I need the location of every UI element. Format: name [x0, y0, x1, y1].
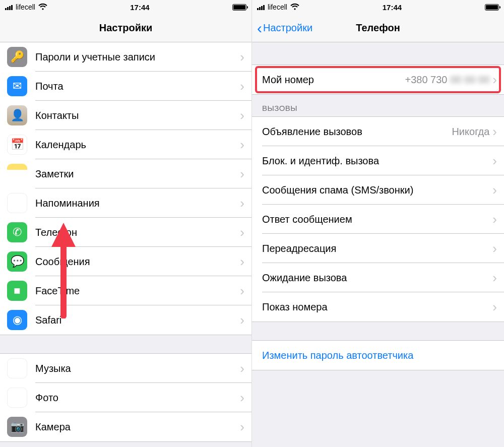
settings-row-notes[interactable]: Заметки›: [0, 159, 251, 188]
row-label: Ответ сообщением: [262, 214, 492, 225]
chevron-right-icon: ›: [240, 167, 244, 180]
chevron-right-icon: ›: [240, 197, 244, 210]
settings-row-camera[interactable]: 📷Камера›: [0, 412, 251, 441]
row-label: Переадресация: [262, 243, 492, 254]
calendar-icon: 📅: [7, 135, 27, 155]
row-label: Напоминания: [35, 198, 240, 209]
list-row[interactable]: Блок. и идентиф. вызова›: [252, 146, 504, 175]
row-label: Изменить пароль автоответчика: [262, 350, 497, 361]
chevron-right-icon: ›: [240, 420, 244, 433]
settings-list-2: ♪Музыка›✿Фото›📷Камера›: [0, 353, 251, 442]
row-label: Ожидание вызова: [262, 272, 492, 284]
row-label: Телефон: [35, 227, 240, 238]
chevron-right-icon: ›: [240, 226, 244, 239]
wifi-icon: [290, 3, 299, 12]
my-number-group: Мой номер +380 730 00 00 00 ›: [252, 65, 504, 95]
chevron-right-icon: ›: [240, 50, 244, 63]
group-gap: [0, 335, 251, 353]
row-label: Контакты: [35, 110, 240, 121]
row-label: Музыка: [35, 363, 240, 374]
chevron-right-icon: ›: [240, 255, 244, 268]
row-label: Мой номер: [262, 74, 405, 86]
row-label: Сообщения спама (SMS/звонки): [262, 184, 492, 196]
safari-icon: ◉: [7, 310, 27, 330]
nav-header: Настройки: [0, 14, 251, 42]
chevron-right-icon: ›: [492, 154, 497, 167]
status-bar: lifecell 17:44: [0, 0, 251, 14]
row-label: Фото: [35, 392, 240, 404]
row-label: Показ номера: [262, 301, 492, 313]
battery-icon: [232, 4, 246, 11]
messages-icon: 💬: [7, 251, 27, 272]
list-row[interactable]: Ответ сообщением›: [252, 205, 504, 234]
settings-list: 🔑Пароли и учетные записи›✉Почта›👤Контакт…: [0, 42, 251, 335]
carrier-label: lifecell: [16, 3, 35, 11]
phone-icon: ✆: [7, 222, 27, 242]
music-icon: ♪: [7, 358, 27, 378]
settings-row-messages[interactable]: 💬Сообщения›: [0, 247, 251, 276]
settings-row-contacts[interactable]: 👤Контакты›: [0, 101, 251, 130]
group-gap: [252, 322, 504, 340]
wifi-icon: [38, 3, 47, 12]
camera-icon: 📷: [7, 417, 27, 437]
row-label: Блок. и идентиф. вызова: [262, 155, 492, 167]
list-row[interactable]: Показ номера›: [252, 292, 504, 322]
clock: 17:44: [383, 3, 402, 12]
signal-icon: [257, 4, 265, 10]
status-bar: lifecell 17:44: [252, 0, 504, 14]
chevron-right-icon: ›: [492, 183, 497, 197]
settings-row-calendar[interactable]: 📅Календарь›: [0, 130, 251, 159]
chevron-right-icon: ›: [492, 73, 497, 86]
page-title: Телефон: [252, 22, 504, 34]
chevron-right-icon: ›: [240, 80, 244, 93]
battery-icon: [485, 4, 499, 11]
phone-right: lifecell 17:44 ‹ Настройки Телефон Мой н…: [252, 0, 504, 447]
nav-header: ‹ Настройки Телефон: [252, 14, 504, 42]
settings-row-facetime[interactable]: ■FaceTime›: [0, 276, 251, 305]
notes-icon: [7, 164, 27, 184]
chevron-right-icon: ›: [492, 271, 497, 284]
chevron-right-icon: ›: [240, 284, 244, 297]
row-label: Safari: [35, 314, 240, 326]
signal-icon: [5, 4, 13, 10]
row-value: Никогда: [452, 126, 489, 138]
row-label: Заметки: [35, 168, 240, 180]
chevron-right-icon: ›: [240, 362, 244, 375]
reminders-icon: ☰: [7, 193, 27, 213]
clock: 17:44: [130, 3, 149, 12]
row-value-blur: 00 00 00: [450, 74, 489, 86]
settings-row-safari[interactable]: ◉Safari›: [0, 305, 251, 335]
mail-icon: ✉: [7, 76, 27, 96]
chevron-right-icon: ›: [240, 313, 244, 327]
chevron-right-icon: ›: [240, 391, 244, 404]
key-icon: 🔑: [7, 47, 27, 67]
voicemail-group: Изменить пароль автоответчика: [252, 340, 504, 370]
settings-row-phone[interactable]: ✆Телефон›: [0, 218, 251, 247]
group-header-calls: ВЫЗОВЫ: [252, 95, 504, 116]
chevron-right-icon: ›: [492, 213, 497, 226]
list-row[interactable]: Объявление вызововНикогда›: [252, 117, 504, 146]
settings-row-key[interactable]: 🔑Пароли и учетные записи›: [0, 42, 251, 72]
row-label: Почта: [35, 81, 240, 92]
settings-row-photos[interactable]: ✿Фото›: [0, 383, 251, 412]
row-label: FaceTime: [35, 285, 240, 297]
my-number-row[interactable]: Мой номер +380 730 00 00 00 ›: [252, 65, 504, 94]
chevron-right-icon: ›: [492, 242, 497, 255]
list-row[interactable]: Сообщения спама (SMS/звонки)›: [252, 175, 504, 205]
group-gap: [252, 42, 504, 65]
list-row[interactable]: Переадресация›: [252, 234, 504, 263]
carrier-label: lifecell: [268, 3, 287, 11]
page-title: Настройки: [0, 22, 251, 34]
row-label: Сообщения: [35, 256, 240, 268]
settings-row-music[interactable]: ♪Музыка›: [0, 354, 251, 383]
chevron-right-icon: ›: [240, 138, 244, 151]
settings-row-reminders[interactable]: ☰Напоминания›: [0, 188, 251, 218]
change-voicemail-password-row[interactable]: Изменить пароль автоответчика: [252, 341, 504, 370]
chevron-right-icon: ›: [240, 109, 244, 122]
contacts-icon: 👤: [7, 105, 27, 125]
settings-row-mail[interactable]: ✉Почта›: [0, 72, 251, 101]
calls-list: Объявление вызововНикогда›Блок. и иденти…: [252, 116, 504, 322]
list-row[interactable]: Ожидание вызова›: [252, 263, 504, 292]
chevron-right-icon: ›: [492, 300, 497, 313]
row-label: Камера: [35, 421, 240, 433]
